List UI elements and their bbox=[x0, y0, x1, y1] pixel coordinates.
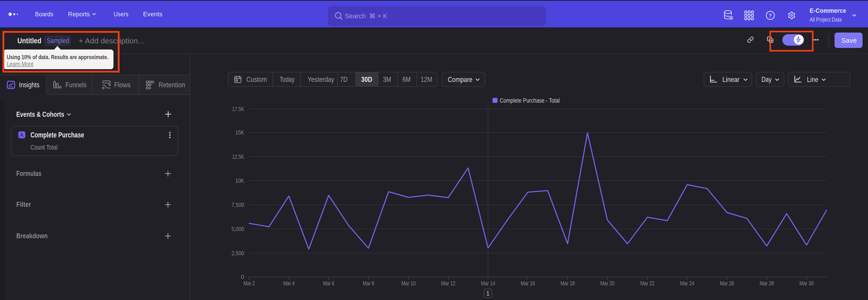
svg-text:Mar 20: Mar 20 bbox=[600, 280, 615, 287]
svg-text:0: 0 bbox=[241, 274, 244, 280]
svg-text:Mar 12: Mar 12 bbox=[441, 280, 456, 287]
svg-text:Mar 28: Mar 28 bbox=[760, 280, 774, 287]
svg-text:Mar 8: Mar 8 bbox=[363, 280, 374, 287]
svg-text:Mar 14: Mar 14 bbox=[481, 280, 495, 287]
svg-text:17.5K: 17.5K bbox=[232, 106, 244, 112]
svg-text:5,000: 5,000 bbox=[231, 226, 244, 232]
svg-text:15K: 15K bbox=[235, 129, 244, 136]
svg-text:Mar 22: Mar 22 bbox=[640, 280, 655, 287]
svg-text:Mar 30: Mar 30 bbox=[800, 280, 814, 287]
svg-text:Mar 4: Mar 4 bbox=[283, 280, 294, 287]
svg-text:Mar 10: Mar 10 bbox=[401, 280, 416, 287]
svg-text:12.5K: 12.5K bbox=[232, 153, 244, 160]
svg-text:Mar 18: Mar 18 bbox=[561, 280, 575, 287]
svg-text:Complete Purchase - Total: Complete Purchase - Total bbox=[500, 97, 560, 104]
svg-text:Mar 6: Mar 6 bbox=[323, 280, 334, 287]
svg-text:7,500: 7,500 bbox=[231, 202, 244, 208]
svg-text:Mar 16: Mar 16 bbox=[521, 280, 535, 287]
svg-text:Mar 24: Mar 24 bbox=[680, 280, 694, 287]
svg-text:2,500: 2,500 bbox=[231, 250, 244, 257]
svg-text:10K: 10K bbox=[235, 177, 244, 184]
svg-text:Mar 26: Mar 26 bbox=[720, 280, 734, 287]
svg-text:Mar 2: Mar 2 bbox=[243, 280, 255, 287]
